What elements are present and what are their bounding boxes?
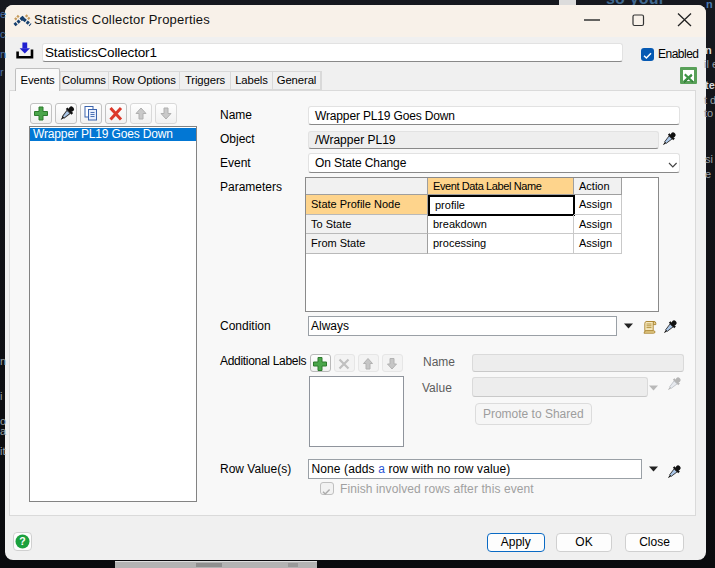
svg-text:?: ?	[19, 535, 25, 547]
